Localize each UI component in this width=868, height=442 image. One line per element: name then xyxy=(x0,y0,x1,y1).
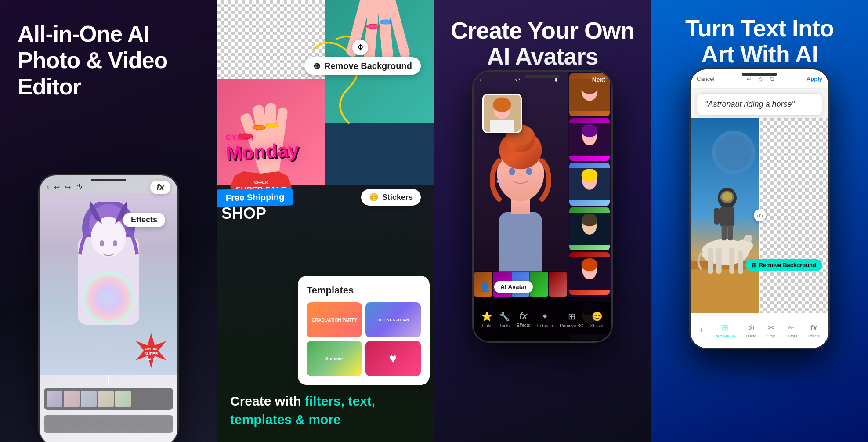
bottom-av-5[interactable] xyxy=(549,272,567,297)
nav-icons: ‹ ↩ ↪ ⏱ xyxy=(47,183,83,192)
toolbar-item-effects[interactable]: fx Effects xyxy=(517,311,530,328)
removebg-icon-4: ⊞ xyxy=(752,262,756,268)
apply-button[interactable]: Apply xyxy=(807,76,822,82)
svg-point-41 xyxy=(582,258,598,271)
removebg-icon: ⊞ xyxy=(568,311,575,322)
nav-tools: ↩ ◇ ⧉ xyxy=(747,76,774,83)
avatar-item-4[interactable] xyxy=(569,207,610,250)
svg-rect-77 xyxy=(714,208,720,224)
prompt-box[interactable]: "Astronaut riding a horse" xyxy=(697,93,822,116)
retouch-icon: ✦ xyxy=(541,311,549,322)
svg-rect-68 xyxy=(716,248,722,274)
layers-icon[interactable]: ⧉ xyxy=(770,76,774,83)
remove-bg-badge[interactable]: ⊕ Remove Background xyxy=(304,57,421,75)
panel-1-heading: All-in-One AI Photo & Video Editor xyxy=(18,21,199,100)
svg-point-38 xyxy=(582,214,598,226)
undo-icon-3[interactable]: ↩ xyxy=(515,76,520,83)
panel-2: ✥ ☽ ⊕ Remove Background CYBER Monday OFF… xyxy=(217,0,434,442)
template-thumb-4[interactable]: ♥ xyxy=(365,341,421,376)
phone-4-notch xyxy=(742,73,777,76)
toolbar-item-removebg[interactable]: ⊞ Remove BG xyxy=(560,311,583,328)
svg-text:SALE: SALE xyxy=(147,358,156,361)
back-chevron[interactable]: ‹ xyxy=(480,76,482,83)
timeline-thumb-1[interactable] xyxy=(47,391,62,407)
redo-icon[interactable]: ↪ xyxy=(65,183,71,192)
effects-icon: fx xyxy=(519,311,527,321)
toolbar-item-sticker[interactable]: 😊 Sticker xyxy=(590,311,604,328)
toolbar4-blend[interactable]: ⊗ Blend xyxy=(746,323,756,338)
avatar-item-2[interactable] xyxy=(569,118,610,161)
svg-point-3 xyxy=(91,217,126,257)
templates-card: Templates GRADUATION PARTY HELENA & JULI… xyxy=(298,276,430,385)
gold-icon: ⭐ xyxy=(481,311,492,322)
svg-point-57 xyxy=(526,167,532,175)
undo-icon-4[interactable]: ↩ xyxy=(747,76,752,82)
svg-point-16 xyxy=(253,125,266,130)
svg-point-22 xyxy=(366,24,380,29)
next-button[interactable]: Next xyxy=(592,76,605,83)
stickers-badge[interactable]: 😊 Stickers xyxy=(361,189,421,206)
timeline-strip xyxy=(44,388,173,410)
svg-text:SUPER: SUPER xyxy=(144,351,158,356)
timer-icon[interactable]: ⏱ xyxy=(76,183,83,192)
ai-avatar-label[interactable]: AI Avatar xyxy=(494,281,533,293)
fx-badge[interactable]: fx xyxy=(150,181,170,194)
svg-text:LIMITED: LIMITED xyxy=(145,347,157,350)
panel-2-footer: Create with filters, text, templates & m… xyxy=(230,392,421,429)
svg-point-5 xyxy=(113,240,117,246)
template-thumb-3[interactable]: Summer xyxy=(307,341,362,376)
split-handle[interactable]: ◁▷ xyxy=(754,209,766,221)
back-icon[interactable]: ‹ xyxy=(47,183,49,192)
svg-point-47 xyxy=(493,98,511,112)
svg-rect-79 xyxy=(722,225,727,241)
toolbar4-crop[interactable]: ✂ Crop xyxy=(767,323,775,338)
phone-4-toolbar: + ⊞ Remove BG ⊗ Blend ✂ Crop ✁ Cutout xyxy=(691,313,828,348)
photo-inset xyxy=(482,94,522,133)
phone-4-screen: Cancel ↩ ◇ ⧉ Apply "Astronaut riding a h… xyxy=(691,69,828,348)
svg-point-32 xyxy=(582,124,598,137)
cancel-button[interactable]: Cancel xyxy=(697,76,714,82)
remove-bg-pill-4[interactable]: ⊞ Remove Background xyxy=(745,259,822,271)
waveform xyxy=(44,415,173,433)
blend-icon: ⊗ xyxy=(748,323,755,333)
split-divider: ◁▷ xyxy=(760,118,760,313)
timeline-thumb-2[interactable] xyxy=(64,391,80,407)
toolbar4-effects[interactable]: fx Effects xyxy=(808,323,820,338)
cutout-icon: ✁ xyxy=(788,323,795,333)
panel-4-heading: Turn Text Into Art With AI xyxy=(651,15,868,68)
timeline-thumb-5[interactable] xyxy=(115,391,131,407)
template-thumb-1[interactable]: GRADUATION PARTY xyxy=(307,302,362,337)
ai-avatar-icon: 👤 xyxy=(480,282,491,292)
toolbar4-add[interactable]: + xyxy=(699,326,704,335)
toolbar4-removebg[interactable]: ⊞ Remove BG xyxy=(714,323,736,338)
panel-1: All-in-One AI Photo & Video Editor ‹ ↩ ↪… xyxy=(0,0,217,442)
phone-3-notch xyxy=(525,75,560,78)
toolbar-item-tools[interactable]: 🔧 Tools xyxy=(499,311,510,328)
timeline-thumb-3[interactable] xyxy=(81,391,97,407)
effects-icon-4: fx xyxy=(810,323,817,333)
avatar-item-3[interactable] xyxy=(569,163,610,206)
toolbar4-cutout[interactable]: ✁ Cutout xyxy=(786,323,798,338)
removebg-icon-tb: ⊞ xyxy=(722,323,728,333)
toolbar-item-retouch[interactable]: ✦ Retouch xyxy=(537,311,553,328)
sticker-emoji: 😊 xyxy=(369,192,379,202)
timeline-indicator xyxy=(108,375,109,384)
sticker-icon-3: 😊 xyxy=(592,311,603,322)
stickers-area: CYBER Monday OFFER SUPER SALE Free Shipp… xyxy=(217,132,434,220)
timeline-thumb-4[interactable] xyxy=(98,391,114,407)
templates-grid: GRADUATION PARTY HELENA & JULIAN Summer … xyxy=(307,302,421,376)
svg-text:OFFER: OFFER xyxy=(254,180,268,185)
move-icon: ⊕ xyxy=(313,61,321,71)
diamond-icon[interactable]: ◇ xyxy=(759,76,763,82)
svg-rect-78 xyxy=(728,208,734,224)
template-thumb-2[interactable]: HELENA & JULIAN xyxy=(365,302,421,337)
undo-icon[interactable]: ↩ xyxy=(54,183,60,192)
effects-badge[interactable]: Effects xyxy=(123,213,165,227)
add-icon: + xyxy=(699,326,704,335)
templates-title: Templates xyxy=(307,285,421,296)
toolbar-item-gold[interactable]: ⭐ Gold xyxy=(481,311,492,328)
transform-icon[interactable]: ✥ xyxy=(352,40,368,55)
svg-point-73 xyxy=(744,235,753,242)
panel-3-heading: Create Your Own AI Avatars xyxy=(434,18,651,70)
avatar-item-5[interactable] xyxy=(569,252,610,295)
